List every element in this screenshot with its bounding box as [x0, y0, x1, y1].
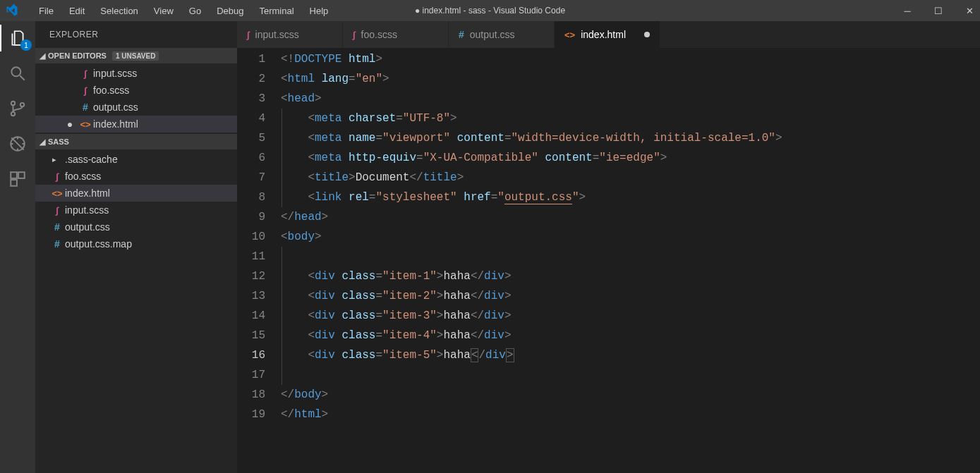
scss-icon: ∫	[49, 171, 65, 182]
menu-item-edit[interactable]: Edit	[61, 3, 92, 19]
code-line[interactable]: <link rel="stylesheet" href="output.css"…	[281, 188, 980, 207]
svg-rect-6	[18, 172, 25, 178]
code-line[interactable]: <div class="item-2">haha</div>	[281, 286, 980, 306]
vscode-logo-icon	[6, 4, 18, 17]
menu-item-go[interactable]: Go	[181, 3, 209, 19]
modified-dot-icon	[644, 32, 650, 37]
html-icon: <>	[564, 29, 575, 40]
code-line[interactable]: <meta http-equiv="X-UA-Compatible" conte…	[281, 148, 980, 168]
file-item[interactable]: ∫input.scss	[35, 202, 237, 219]
tab-index-html[interactable]: <>index.html	[555, 21, 660, 48]
code-line[interactable]: <div class="item-5">haha</div>	[281, 345, 980, 365]
open-editors-list: ∫input.scss∫foo.scss#output.css●<>index.…	[35, 63, 237, 134]
menu-item-selection[interactable]: Selection	[92, 3, 145, 19]
sidebar-title: EXPLORER	[35, 21, 237, 48]
code-content[interactable]: <!DOCTYPE html><html lang="en"><head> <m…	[281, 49, 980, 473]
titlebar: FileEditSelectionViewGoDebugTerminalHelp…	[0, 0, 980, 21]
unsaved-badge: 1 UNSAVED	[112, 51, 159, 61]
css-icon: #	[459, 29, 464, 40]
svg-rect-5	[11, 172, 17, 178]
code-line[interactable]: <!DOCTYPE html>	[281, 49, 980, 69]
css-icon: #	[49, 221, 65, 233]
menu-item-terminal[interactable]: Terminal	[251, 3, 301, 19]
tab-output-css[interactable]: #output.css	[449, 21, 555, 48]
file-item[interactable]: #output.css	[35, 219, 237, 235]
code-line[interactable]: </html>	[281, 405, 980, 424]
tab-foo-scss[interactable]: ∫foo.scss	[343, 21, 449, 48]
scss-icon: ∫	[353, 29, 356, 40]
activity-bar: 1	[0, 21, 35, 473]
code-line[interactable]: <title>Document</title>	[281, 168, 980, 188]
file-item[interactable]: <>index.html	[35, 185, 237, 202]
html-icon: <>	[49, 188, 65, 199]
open-editor-item[interactable]: ∫input.scss	[35, 65, 237, 82]
file-tree: ▸.sass-cache∫foo.scss<>index.html∫input.…	[35, 149, 237, 254]
tab-label: foo.scss	[361, 29, 397, 40]
tab-label: index.html	[581, 29, 626, 40]
code-line[interactable]: <head>	[281, 89, 980, 109]
menu-item-view[interactable]: View	[146, 3, 181, 19]
file-name: input.scss	[93, 68, 137, 79]
source-control-icon[interactable]	[8, 99, 28, 118]
open-editors-header[interactable]: ◢ OPEN EDITORS 1 UNSAVED	[35, 48, 237, 63]
css-icon: #	[49, 238, 65, 250]
folder-icon: ▸	[49, 155, 65, 164]
close-button[interactable]: ✕	[964, 6, 974, 16]
svg-point-0	[11, 67, 20, 76]
folder-item[interactable]: ▸.sass-cache	[35, 151, 237, 168]
code-line[interactable]: </head>	[281, 207, 980, 227]
code-line[interactable]	[281, 365, 980, 385]
debug-icon[interactable]	[8, 134, 28, 154]
file-name: foo.scss	[93, 85, 129, 96]
tab-bar: ∫input.scss∫foo.scss#output.css<>index.h…	[237, 21, 980, 48]
code-line[interactable]	[281, 247, 980, 266]
tab-label: input.scss	[255, 29, 299, 40]
menu-item-help[interactable]: Help	[302, 3, 337, 19]
scss-icon: ∫	[49, 205, 65, 216]
file-item[interactable]: #output.css.map	[35, 235, 237, 252]
code-line[interactable]: <html lang="en">	[281, 69, 980, 89]
chevron-down-icon: ◢	[37, 137, 48, 147]
menu-bar: FileEditSelectionViewGoDebugTerminalHelp	[31, 3, 336, 19]
extensions-icon[interactable]	[8, 169, 28, 189]
scss-icon: ∫	[78, 85, 93, 96]
line-gutter: 12345678910111213141516171819	[237, 49, 281, 473]
explorer-icon[interactable]: 1	[8, 28, 28, 48]
code-line[interactable]: </body>	[281, 385, 980, 405]
file-name: output.css	[65, 221, 110, 233]
css-icon: #	[78, 102, 93, 113]
workspace-label: SASS	[48, 137, 69, 146]
code-line[interactable]: <meta name="viewport" content="width=dev…	[281, 128, 980, 148]
file-name: .sass-cache	[65, 154, 118, 165]
menu-item-debug[interactable]: Debug	[209, 3, 251, 19]
modified-dot-icon: ●	[62, 118, 78, 130]
scss-icon: ∫	[247, 29, 250, 40]
file-item[interactable]: ∫foo.scss	[35, 168, 237, 185]
workspace-header[interactable]: ◢ SASS	[35, 134, 237, 149]
code-line[interactable]: <body>	[281, 227, 980, 247]
tab-input-scss[interactable]: ∫input.scss	[237, 21, 343, 48]
tab-label: output.css	[470, 29, 515, 40]
file-name: index.html	[93, 118, 138, 130]
open-editor-item[interactable]: #output.css	[35, 99, 237, 116]
html-icon: <>	[78, 119, 93, 130]
code-line[interactable]: <div class="item-3">haha</div>	[281, 306, 980, 326]
svg-rect-7	[11, 180, 17, 186]
editor-area: ∫input.scss∫foo.scss#output.css<>index.h…	[237, 21, 980, 473]
file-name: output.css.map	[65, 238, 132, 250]
file-name: index.html	[65, 188, 110, 199]
file-name: foo.scss	[65, 171, 101, 182]
minimize-button[interactable]: ─	[902, 6, 912, 16]
menu-item-file[interactable]: File	[31, 3, 61, 19]
window-title: ● index.html - sass - Visual Studio Code	[415, 6, 565, 16]
file-name: output.css	[93, 102, 138, 113]
search-icon[interactable]	[8, 63, 28, 83]
code-line[interactable]: <div class="item-1">haha</div>	[281, 266, 980, 286]
code-editor[interactable]: 12345678910111213141516171819 <!DOCTYPE …	[237, 48, 980, 473]
open-editor-item[interactable]: ●<>index.html	[35, 116, 237, 133]
maximize-button[interactable]: ☐	[933, 6, 943, 16]
scss-icon: ∫	[78, 68, 93, 79]
open-editor-item[interactable]: ∫foo.scss	[35, 82, 237, 99]
code-line[interactable]: <div class="item-4">haha</div>	[281, 326, 980, 345]
code-line[interactable]: <meta charset="UTF-8">	[281, 109, 980, 128]
